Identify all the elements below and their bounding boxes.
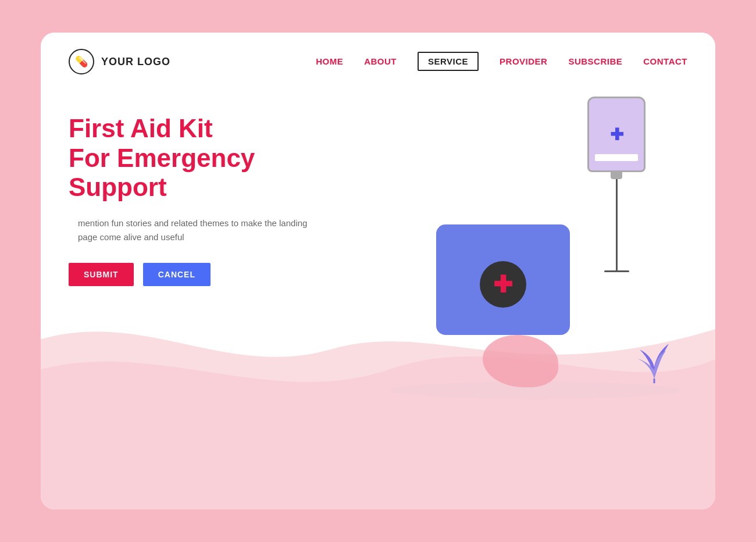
kit-cross-circle: ✚	[480, 261, 526, 308]
nav-link-contact[interactable]: CONTACT	[643, 56, 687, 66]
iv-bag-cap	[611, 172, 622, 179]
iv-cross-icon: ✚	[610, 125, 623, 144]
kit-box-body: ✚	[436, 224, 570, 335]
main-card: 💊 YOUR LOGO HOME ABOUT SERVICE PROVIDER …	[41, 33, 715, 509]
nav-link-provider[interactable]: PROVIDER	[500, 56, 547, 66]
nav-link-home[interactable]: HOME	[316, 56, 343, 66]
iv-bag: ✚	[587, 97, 646, 172]
nav-links: HOME ABOUT SERVICE PROVIDER SUBSCRIBE CO…	[316, 56, 687, 67]
hero-illustration: ✚ ✚	[390, 97, 680, 416]
submit-button[interactable]: SUBMIT	[69, 263, 134, 286]
nav-item-home[interactable]: HOME	[316, 56, 343, 67]
hero-subtitle: mention fun stories and related themes t…	[69, 216, 315, 244]
iv-bag-label	[595, 154, 638, 161]
iv-tube	[616, 179, 618, 272]
cancel-button[interactable]: CANCEL	[143, 263, 211, 286]
main-content: First Aid Kit For Emergency Support ment…	[41, 91, 715, 509]
button-group: SUBMIT CANCEL	[69, 263, 315, 286]
hero-text-section: First Aid Kit For Emergency Support ment…	[41, 91, 343, 309]
logo-area: 💊 YOUR LOGO	[69, 49, 170, 74]
plant-decoration	[634, 315, 675, 384]
iv-bag-group: ✚	[587, 97, 646, 272]
nav-item-provider[interactable]: PROVIDER	[500, 56, 547, 67]
hero-title-line1: First Aid Kit	[69, 114, 315, 144]
nav-item-contact[interactable]: CONTACT	[643, 56, 687, 67]
hero-title: First Aid Kit For Emergency Support	[69, 114, 315, 202]
hero-title-line2: For Emergency Support	[69, 144, 315, 202]
nav-item-service[interactable]: SERVICE	[418, 56, 479, 67]
pill-icon: 💊	[75, 55, 88, 68]
nav-item-about[interactable]: ABOUT	[364, 56, 397, 67]
kit-cross-icon: ✚	[493, 273, 513, 296]
navbar: 💊 YOUR LOGO HOME ABOUT SERVICE PROVIDER …	[41, 33, 715, 91]
nav-link-subscribe[interactable]: SUBSCRIBE	[568, 56, 622, 66]
logo-icon: 💊	[69, 49, 94, 74]
nav-link-service[interactable]: SERVICE	[418, 52, 479, 71]
nav-item-subscribe[interactable]: SUBSCRIBE	[568, 56, 622, 67]
logo-text: YOUR LOGO	[101, 56, 170, 68]
nav-link-about[interactable]: ABOUT	[364, 56, 397, 66]
